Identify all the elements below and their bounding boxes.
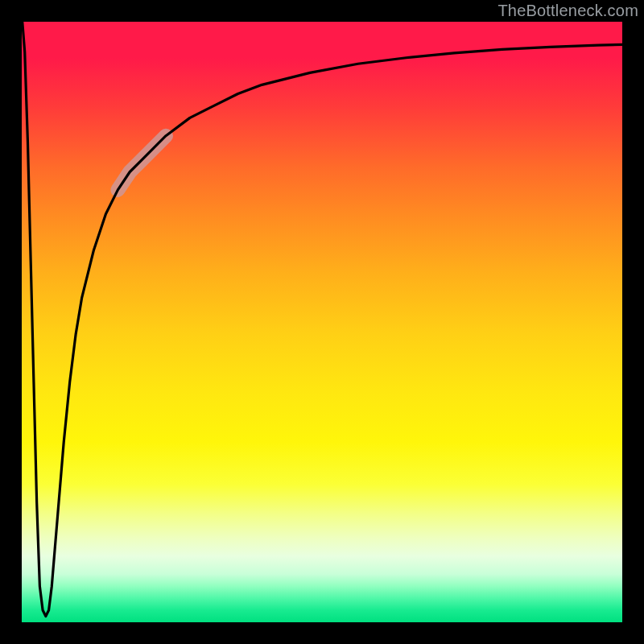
curve-layer [22,22,622,622]
bottleneck-curve [23,22,622,617]
watermark-text: TheBottleneck.com [497,2,638,20]
chart-stage: TheBottleneck.com [0,0,644,644]
